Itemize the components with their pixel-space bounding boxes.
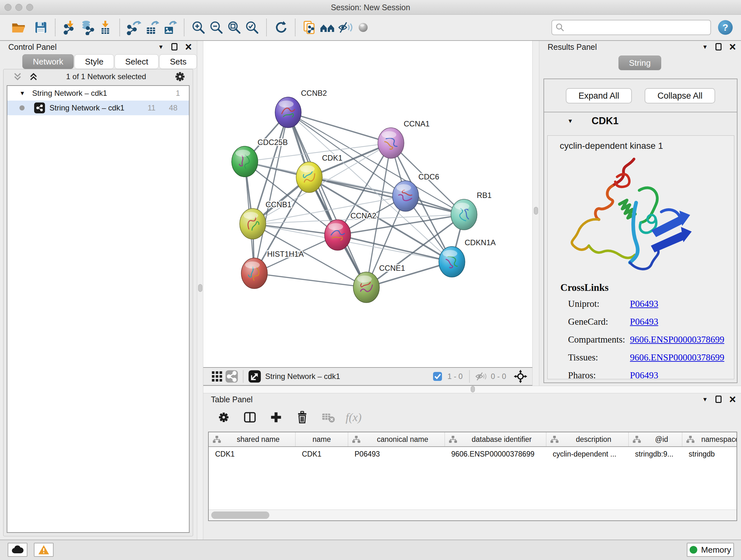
node-CDKN1A[interactable] bbox=[439, 246, 465, 277]
node-HIST1H1A[interactable] bbox=[241, 258, 267, 289]
protein-disclosure-icon[interactable]: ▼ bbox=[567, 118, 573, 124]
export-image-icon[interactable] bbox=[161, 18, 179, 37]
help-icon[interactable]: ? bbox=[718, 20, 733, 35]
node-CCNE1[interactable] bbox=[353, 272, 380, 303]
first-neighbors-icon[interactable] bbox=[319, 18, 336, 37]
collection-disclosure-icon[interactable]: ▼ bbox=[19, 90, 25, 96]
network-canvas[interactable]: CCNB2CCNB2CCNA1CCNA1CDC25BCDC25BCDK1CDK1… bbox=[203, 41, 532, 367]
crosslink-link[interactable]: 9606.ENSP00000378699 bbox=[630, 334, 724, 345]
results-panel-float-icon[interactable] bbox=[716, 43, 722, 51]
memory-button[interactable]: Memory bbox=[687, 543, 734, 557]
tab-sets[interactable]: Sets bbox=[159, 54, 197, 69]
network-options-gear-icon[interactable] bbox=[174, 70, 186, 83]
left-panel-splitter[interactable] bbox=[197, 41, 203, 540]
table-scrollbar-thumb[interactable] bbox=[211, 511, 269, 519]
network-row[interactable]: String Network – cdk1 11 48 bbox=[7, 101, 189, 115]
table-panel-collapse-icon[interactable]: ▼ bbox=[702, 396, 708, 402]
node-CCNA2[interactable] bbox=[325, 220, 351, 250]
table-cell[interactable]: P06493 bbox=[348, 450, 445, 458]
table-cell[interactable]: CDK1 bbox=[295, 450, 348, 458]
control-panel-collapse-icon[interactable]: ▼ bbox=[158, 44, 164, 50]
table-panel-close-icon[interactable]: × bbox=[729, 395, 736, 404]
import-network-from-database-icon[interactable] bbox=[78, 18, 96, 37]
network-edge[interactable] bbox=[288, 112, 391, 143]
cloud-status-button[interactable] bbox=[8, 543, 27, 557]
node-CCNB2[interactable] bbox=[275, 97, 301, 128]
delete-table-icon[interactable] bbox=[320, 408, 337, 426]
open-session-icon[interactable] bbox=[10, 18, 27, 37]
export-table-icon[interactable] bbox=[143, 18, 161, 37]
node-CDC25B[interactable] bbox=[232, 146, 258, 177]
right-panel-splitter[interactable] bbox=[532, 41, 539, 386]
table-cell[interactable]: CDK1 bbox=[209, 450, 295, 458]
refresh-icon[interactable] bbox=[272, 18, 290, 37]
network-edge[interactable] bbox=[254, 112, 288, 273]
zoom-out-icon[interactable] bbox=[207, 18, 225, 37]
import-network-icon[interactable] bbox=[61, 18, 78, 37]
node-CDC6[interactable] bbox=[393, 181, 419, 211]
control-panel-close-icon[interactable]: × bbox=[185, 43, 192, 52]
hide-selected-icon[interactable] bbox=[336, 18, 354, 37]
export-network-icon[interactable] bbox=[125, 18, 143, 37]
column-header-shared-name[interactable]: shared name bbox=[209, 432, 295, 446]
search-input[interactable] bbox=[551, 20, 711, 35]
selected-checkbox-icon[interactable] bbox=[430, 369, 445, 384]
import-table-icon[interactable] bbox=[96, 18, 114, 37]
collapse-all-networks-icon[interactable] bbox=[12, 71, 23, 82]
results-panel-collapse-icon[interactable]: ▼ bbox=[702, 44, 708, 50]
network-edge[interactable] bbox=[254, 273, 366, 287]
crosslink-link[interactable]: 9606.ENSP00000378699 bbox=[630, 352, 724, 363]
table-cell[interactable]: 9606.ENSP00000378699 bbox=[445, 450, 546, 458]
zoom-selected-icon[interactable] bbox=[243, 18, 261, 37]
left-splitter-grip[interactable] bbox=[198, 284, 202, 292]
table-cell[interactable]: stringdb:9... bbox=[629, 450, 682, 458]
table-horizontal-scrollbar[interactable] bbox=[209, 509, 737, 520]
table-cell[interactable]: stringdb bbox=[682, 450, 737, 458]
column-header-description[interactable]: description bbox=[546, 432, 629, 446]
expand-all-networks-icon[interactable] bbox=[28, 71, 39, 82]
delete-column-icon[interactable] bbox=[293, 408, 311, 426]
column-header-canonical-name[interactable]: canonical name bbox=[348, 432, 445, 446]
warnings-button[interactable] bbox=[34, 543, 54, 557]
clone-network-icon[interactable] bbox=[300, 18, 319, 37]
function-builder-button[interactable]: f(x) bbox=[346, 411, 361, 424]
crosslink-link[interactable]: P06493 bbox=[630, 299, 658, 309]
birds-eye-view-icon[interactable] bbox=[210, 369, 224, 384]
crosslink-link[interactable]: P06493 bbox=[630, 316, 658, 327]
table-panel-splitter[interactable] bbox=[203, 386, 741, 393]
show-all-icon[interactable] bbox=[354, 18, 372, 37]
right-splitter-grip[interactable] bbox=[534, 207, 538, 214]
collapse-all-button[interactable]: Collapse All bbox=[645, 88, 715, 104]
network-edge[interactable] bbox=[288, 112, 366, 287]
table-cell[interactable]: cyclin-dependent ... bbox=[546, 450, 629, 458]
zoom-in-icon[interactable] bbox=[190, 18, 207, 37]
save-session-icon[interactable] bbox=[32, 18, 50, 37]
tab-select[interactable]: Select bbox=[115, 54, 158, 69]
network-edge[interactable] bbox=[338, 235, 452, 262]
control-panel-float-icon[interactable] bbox=[172, 43, 178, 51]
column-header-@id[interactable]: @id bbox=[629, 432, 682, 446]
open-in-new-window-icon[interactable] bbox=[247, 369, 262, 384]
column-header-database-identifier[interactable]: database identifier bbox=[445, 432, 546, 446]
show-columns-icon[interactable] bbox=[241, 408, 259, 426]
table-panel-float-icon[interactable] bbox=[716, 395, 722, 403]
network-graph[interactable]: CCNB2CCNB2CCNA1CCNA1CDC25BCDC25BCDK1CDK1… bbox=[203, 41, 532, 367]
node-RB1[interactable] bbox=[451, 199, 477, 230]
results-panel-close-icon[interactable]: × bbox=[729, 43, 736, 52]
column-header-name[interactable]: name bbox=[295, 432, 348, 446]
table-splitter-grip[interactable] bbox=[471, 386, 475, 392]
table-row[interactable]: CDK1CDK1P064939606.ENSP00000378699cyclin… bbox=[209, 447, 737, 461]
node-CCNB1[interactable] bbox=[240, 208, 266, 239]
crosslink-link[interactable]: P06493 bbox=[630, 370, 658, 380]
zoom-fit-icon[interactable] bbox=[225, 18, 243, 37]
protein-section-header[interactable]: ▼ CDK1 bbox=[544, 112, 737, 130]
fit-content-crosshair-icon[interactable] bbox=[513, 369, 528, 384]
hidden-eye-icon[interactable] bbox=[474, 369, 488, 384]
column-header-namespace[interactable]: namespace bbox=[682, 432, 737, 446]
tab-string[interactable]: String bbox=[618, 56, 661, 70]
tab-style[interactable]: Style bbox=[74, 54, 114, 69]
node-CCNA1[interactable] bbox=[378, 128, 404, 159]
table-options-gear-icon[interactable] bbox=[215, 408, 232, 426]
create-column-icon[interactable] bbox=[267, 408, 285, 426]
tab-network[interactable]: Network bbox=[22, 54, 74, 69]
